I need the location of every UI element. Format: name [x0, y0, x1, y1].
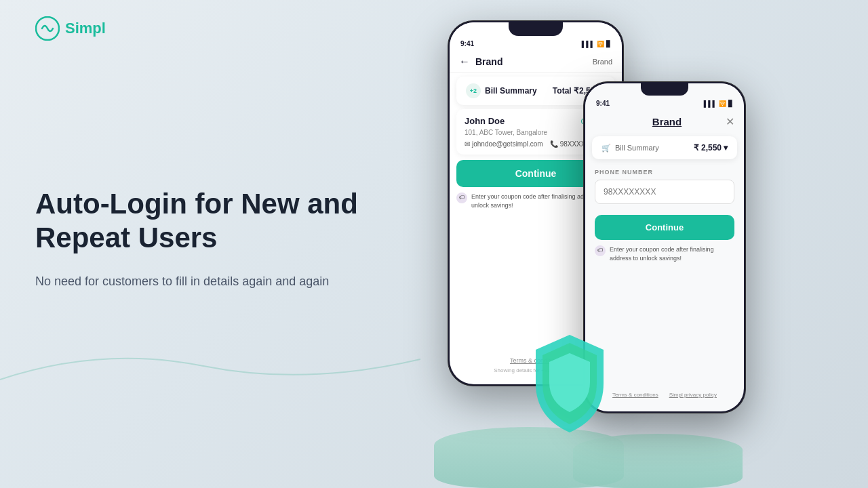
- close-button[interactable]: ✕: [726, 115, 734, 128]
- shield-icon: [522, 329, 617, 441]
- bill-summary-2: 🛒 Bill Summary ₹ 2,550 ▾: [592, 136, 737, 159]
- bill-label-1: Bill Summary: [485, 86, 537, 96]
- status-icons-2: ▌▌▌ 🛜 ▊: [704, 100, 733, 107]
- bill-badge: +2: [466, 83, 481, 98]
- bill-label-2: Bill Summary: [615, 144, 659, 152]
- phone1-navbar: ← Brand Brand: [450, 50, 622, 73]
- email-icon: ✉: [465, 140, 470, 148]
- notch-1: [509, 22, 563, 36]
- pedestal-2: [573, 434, 743, 488]
- coupon-hint-2: 🏷 Enter your coupon code after finalisin…: [595, 245, 734, 262]
- terms-link-2[interactable]: Terms & conditions: [612, 392, 658, 398]
- coupon-icon: 🏷: [456, 192, 467, 203]
- phone2-brand-title: Brand: [608, 116, 726, 127]
- notch-2: [641, 83, 688, 96]
- user-name: John Doe: [465, 116, 505, 126]
- phone1-brand: Brand: [475, 56, 502, 67]
- phone1-nav-right: Brand: [593, 58, 612, 66]
- back-arrow[interactable]: ←: [459, 56, 470, 68]
- bill-amount: ₹ 2,550: [694, 143, 722, 152]
- logo: Simpl: [35, 16, 106, 41]
- email-text: johndoe@getsimpl.com: [472, 140, 543, 148]
- phone2-header: Brand ✕: [585, 110, 744, 132]
- wave-decoration: [0, 332, 420, 400]
- phone-number-section: PHONE NUMBER: [585, 163, 744, 209]
- left-content: Auto-Login for New and Repeat Users No n…: [35, 187, 415, 291]
- simpl-logo-icon: [35, 16, 60, 41]
- subtext: No need for customers to fill in details…: [35, 271, 415, 291]
- phone1-nav-left: ← Brand: [459, 56, 502, 68]
- coupon-icon-2: 🏷: [595, 245, 606, 256]
- bill-left-2: 🛒 Bill Summary: [601, 144, 659, 152]
- logo-text: Simpl: [65, 20, 106, 37]
- phone-number-label: PHONE NUMBER: [595, 169, 734, 176]
- phone-icon: 📞: [550, 140, 558, 148]
- privacy-link[interactable]: Simpl privacy policy: [669, 392, 717, 398]
- time-2: 9:41: [596, 100, 610, 107]
- status-icons-1: ▌▌▌ 🛜 ▊: [582, 41, 611, 47]
- bill-icon-2: 🛒: [601, 144, 611, 152]
- bill-right-2: ₹ 2,550 ▾: [694, 143, 728, 152]
- time-1: 9:41: [460, 40, 474, 47]
- continue-button-2[interactable]: Continue: [595, 215, 734, 240]
- phone-input[interactable]: [595, 180, 734, 204]
- email-item: ✉ johndoe@getsimpl.com: [465, 140, 543, 148]
- headline: Auto-Login for New and Repeat Users: [35, 187, 415, 256]
- bill-left-1: +2 Bill Summary: [466, 83, 537, 98]
- coupon-text-2: Enter your coupon code after finalising …: [610, 245, 734, 262]
- phones-container: 9:41 ▌▌▌ 🛜 ▊ ← Brand Brand +2 Bi: [393, 0, 868, 488]
